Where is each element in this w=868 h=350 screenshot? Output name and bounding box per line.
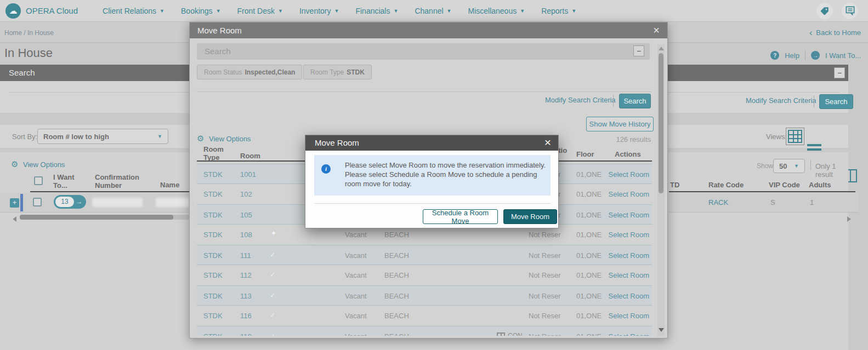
chip-label: Room Status — [204, 68, 242, 76]
select-room-link[interactable]: Select Room — [609, 312, 649, 320]
select-room-link[interactable]: Select Room — [609, 332, 649, 336]
top-navbar: ☁ OPERA Cloud Client Relations▼ Bookings… — [0, 0, 868, 22]
modal-vertical-scrollbar[interactable] — [657, 44, 665, 336]
filter-chip-room-type: Room Type STDK — [303, 65, 372, 79]
scrollbar-thumb[interactable] — [659, 53, 663, 193]
location-cell: BEACH — [384, 231, 409, 239]
floor-cell: 01,ONE — [576, 292, 602, 300]
back-to-home-link[interactable]: ‹ Back to Home — [809, 28, 861, 37]
brand-logo[interactable]: ☁ OPERA Cloud — [5, 3, 78, 19]
chevron-down-icon: ▼ — [794, 163, 799, 169]
housekeeping-cell: Vacant — [345, 332, 367, 336]
show-move-history-button[interactable]: Show Move History — [586, 117, 654, 131]
view-options-link[interactable]: View Options — [23, 160, 65, 169]
back-to-home-label: Back to Home — [816, 28, 861, 37]
select-room-link[interactable]: Select Room — [609, 231, 649, 239]
info-icon: i — [321, 164, 331, 174]
i-want-to-link[interactable]: I Want To... — [825, 51, 861, 60]
select-room-link[interactable]: Select Room — [609, 292, 649, 300]
close-icon[interactable]: × — [544, 136, 551, 149]
room-row-112: STDK 112 Vacant BEACH Not Reser 01,ONE S… — [197, 265, 652, 285]
location-cell: BEACH — [384, 271, 409, 279]
chevron-down-icon: ▼ — [571, 8, 576, 14]
column-header-floor: Floor — [576, 150, 594, 158]
redacted-confirmation-number — [92, 198, 143, 207]
main-menu: Client Relations▼ Bookings▼ Front Desk▼ … — [103, 7, 576, 15]
reservation-cell: Not Reser — [529, 271, 561, 279]
room-row-111: STDK 111 Vacant BEACH Not Reser 01,ONE S… — [197, 245, 652, 265]
chat-message-icon[interactable] — [842, 3, 858, 19]
help-icon: ? — [770, 51, 779, 60]
housekeeping-cell: Vacant — [345, 292, 367, 300]
i-want-to-badge[interactable]: 13 → — [54, 195, 86, 209]
collapse-modal-search-button[interactable]: − — [633, 45, 644, 56]
column-header-rate-code: Rate Code — [708, 181, 744, 189]
select-room-link[interactable]: Select Room — [609, 170, 649, 179]
room-type-cell: STDK — [203, 251, 223, 260]
modal-view-options-link[interactable]: View Options — [209, 135, 251, 143]
housekeeping-cell: Vacant — [345, 231, 367, 239]
menu-label: Financials — [355, 7, 390, 15]
rate-code-cell[interactable]: RACK — [708, 198, 728, 206]
chip-label: Room Type — [310, 68, 344, 76]
divider — [805, 50, 805, 60]
menu-label: Front Desk — [237, 7, 275, 15]
view-table-icon[interactable] — [788, 130, 802, 143]
room-type-cell: STDK — [203, 312, 223, 320]
modal-search-button[interactable]: Search — [619, 94, 651, 108]
select-all-checkbox[interactable] — [34, 176, 43, 185]
views-label: Views: — [766, 133, 787, 141]
floor-cell: 01,ONE — [576, 312, 602, 320]
price-tag-icon[interactable] — [816, 3, 833, 19]
modal-results-count: 126 results — [616, 135, 651, 144]
menu-bookings[interactable]: Bookings▼ — [181, 7, 221, 15]
menu-front-desk[interactable]: Front Desk▼ — [237, 7, 283, 15]
sort-by-select[interactable]: Room # low to high ▼ — [37, 129, 168, 144]
select-room-link[interactable]: Select Room — [609, 190, 649, 198]
expand-row-button[interactable]: + — [10, 198, 19, 208]
select-room-link[interactable]: Select Room — [609, 211, 649, 219]
reservation-cell: Not Reser — [529, 231, 561, 239]
modify-search-criteria-link[interactable]: Modify Search Criteria — [746, 96, 816, 105]
page-search-button[interactable]: Search — [819, 94, 853, 109]
scroll-up-arrow[interactable] — [659, 47, 664, 50]
menu-reports[interactable]: Reports▼ — [541, 7, 576, 15]
menu-miscellaneous[interactable]: Miscellaneous▼ — [468, 7, 525, 15]
row-checkbox[interactable] — [33, 198, 42, 206]
page-size-select[interactable]: 50 ▼ — [773, 159, 805, 173]
info-message-box: i Please select Move Room to move the re… — [314, 155, 551, 196]
menu-channel[interactable]: Channel▼ — [415, 7, 451, 15]
room-number-cell: 105 — [240, 211, 252, 219]
close-icon[interactable]: × — [653, 24, 660, 37]
table-row: + 13 → — [0, 193, 189, 213]
scroll-left-arrow[interactable] — [13, 216, 16, 222]
modal-search-section-header: Search − — [197, 43, 650, 60]
modal-modify-search-criteria-link[interactable]: Modify Search Criteria — [545, 96, 616, 104]
scroll-right-arrow[interactable] — [847, 216, 851, 222]
dialog-header: Move Room × — [305, 135, 558, 151]
vip-code-cell: S — [770, 198, 775, 206]
arrow-right-icon: → — [74, 197, 84, 207]
column-header-room: Room — [240, 152, 260, 160]
info-message: Please select Move Room to move the rese… — [345, 160, 552, 188]
room-type-cell: STDK — [203, 332, 223, 336]
scrollbar-thumb[interactable] — [20, 215, 173, 220]
menu-inventory[interactable]: Inventory▼ — [299, 7, 339, 15]
adults-cell: 1 — [810, 198, 814, 206]
move-room-button[interactable]: Move Room — [503, 209, 557, 224]
horizontal-scrollbar[interactable] — [20, 215, 189, 220]
divider — [197, 91, 652, 92]
move-room-confirm-dialog: Move Room × i Please select Move Room to… — [305, 135, 559, 228]
schedule-room-move-button[interactable]: Schedule a Room Move — [423, 209, 498, 224]
help-link[interactable]: Help — [785, 51, 799, 60]
menu-financials[interactable]: Financials▼ — [355, 7, 398, 15]
chevron-down-icon: ▼ — [278, 8, 283, 14]
column-header-actions: Actions — [615, 150, 641, 158]
menu-client-relations[interactable]: Client Relations▼ — [103, 7, 164, 15]
collapse-search-button[interactable]: − — [834, 67, 845, 78]
select-room-link[interactable]: Select Room — [609, 271, 649, 279]
redacted-guest-name — [156, 198, 190, 207]
select-room-link[interactable]: Select Room — [609, 251, 649, 260]
move-room-modal-header: Move Room × — [190, 22, 667, 38]
scroll-down-arrow[interactable] — [659, 328, 664, 332]
